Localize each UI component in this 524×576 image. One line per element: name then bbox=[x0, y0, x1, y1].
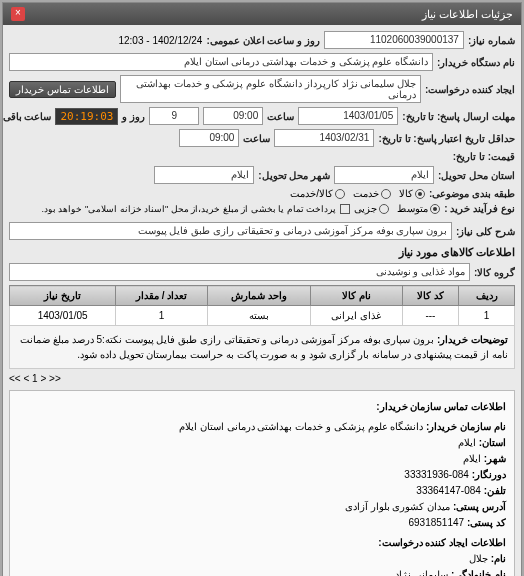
medium-radio-label: متوسط bbox=[397, 203, 428, 214]
cell-code: --- bbox=[402, 306, 459, 326]
creator-section-title: اطلاعات ایجاد کننده درخواست: bbox=[18, 535, 506, 551]
treasury-checkbox[interactable] bbox=[340, 204, 350, 214]
close-icon[interactable]: × bbox=[11, 7, 25, 21]
window-titlebar: جزئیات اطلاعات نیاز × bbox=[3, 3, 521, 25]
goods-radio-label: کالا bbox=[399, 188, 413, 199]
both-radio[interactable] bbox=[335, 189, 345, 199]
col-qty: تعداد / مقدار bbox=[116, 286, 207, 306]
announce-value: 1402/12/24 - 12:03 bbox=[118, 35, 202, 46]
contact-box: اطلاعات تماس سازمان خریدار: نام سازمان خ… bbox=[9, 390, 515, 576]
fax-label: دورنگار: bbox=[472, 469, 506, 480]
window-title: جزئیات اطلاعات نیاز bbox=[422, 8, 513, 21]
location-label: استان محل تحویل: bbox=[438, 170, 515, 181]
items-table: ردیف کد کالا نام کالا واحد شمارش تعداد /… bbox=[9, 285, 515, 369]
group-label: گروه کالا: bbox=[474, 267, 515, 278]
location-field: ایلام bbox=[334, 166, 434, 184]
cell-qty: 1 bbox=[116, 306, 207, 326]
req-number-label: شماره نیاز: bbox=[468, 35, 515, 46]
city-field: ایلام bbox=[154, 166, 254, 184]
valid-time-label: ساعت bbox=[243, 133, 270, 144]
name-value: جلال bbox=[469, 553, 488, 564]
response-deadline-label: مهلت ارسال پاسخ: تا تاریخ: bbox=[402, 111, 515, 122]
cell-date: 1403/01/05 bbox=[10, 306, 116, 326]
col-name: نام کالا bbox=[311, 286, 402, 306]
days-label: روز و bbox=[122, 111, 145, 122]
fax-value: 084-33331936 bbox=[404, 469, 469, 480]
col-row: ردیف bbox=[459, 286, 515, 306]
city-label: شهر محل تحویل: bbox=[258, 170, 330, 181]
table-row[interactable]: 1 --- غذای ایرانی بسته 1 1403/01/05 bbox=[10, 306, 515, 326]
pager[interactable]: << < 1 > >> bbox=[9, 373, 515, 384]
pack-label: طبقه بندی موضوعی: bbox=[429, 188, 515, 199]
partial-radio-label: جزیی bbox=[354, 203, 377, 214]
col-date: تاریخ نیاز bbox=[10, 286, 116, 306]
org-value: دانشگاه علوم پزشکی و خدمات بهداشتی درمان… bbox=[179, 421, 423, 432]
note-row: توضیحات خریدار: برون سپاری بوفه مرکز آمو… bbox=[10, 326, 515, 369]
price-label: قیمت: تا تاریخ: bbox=[453, 151, 515, 162]
desc-label: شرح کلی نیاز: bbox=[456, 226, 515, 237]
city2-value: ایلام bbox=[463, 453, 481, 464]
countdown-timer: 20:19:03 bbox=[55, 108, 118, 125]
service-radio-label: خدمت bbox=[353, 188, 379, 199]
name-label: نام: bbox=[491, 553, 506, 564]
medium-radio[interactable] bbox=[430, 204, 440, 214]
address-value: میدان کشوری بلوار آزادی bbox=[345, 501, 450, 512]
cell-name: غذای ایرانی bbox=[311, 306, 402, 326]
cell-row: 1 bbox=[459, 306, 515, 326]
response-date-field: 1403/01/05 bbox=[298, 107, 398, 125]
phone-value: 084-33364147 bbox=[416, 485, 481, 496]
purchase-radio-group: متوسط جزیی bbox=[354, 203, 440, 214]
goods-section-title: اطلاعات کالاهای مورد نیاز bbox=[9, 246, 515, 259]
creator-field: جلال سلیمانی نژاد کارپرداز دانشگاه علوم … bbox=[120, 75, 422, 103]
city2-label: شهر: bbox=[484, 453, 506, 464]
goods-radio[interactable] bbox=[415, 189, 425, 199]
service-radio[interactable] bbox=[381, 189, 391, 199]
valid-time-field: 09:00 bbox=[179, 129, 239, 147]
postal-label: کد پستی: bbox=[467, 517, 506, 528]
org-label: نام سازمان خریدار: bbox=[426, 421, 506, 432]
req-number-field: 1102060039000137 bbox=[324, 31, 464, 49]
note-label: توضیحات خریدار: bbox=[437, 334, 508, 345]
col-code: کد کالا bbox=[402, 286, 459, 306]
announce-label: روز و ساعت اعلان عمومی: bbox=[206, 35, 319, 46]
col-unit: واحد شمارش bbox=[207, 286, 310, 306]
category-radio-group: کالا خدمت کالا/خدمت bbox=[290, 188, 425, 199]
cell-unit: بسته bbox=[207, 306, 310, 326]
buyer-label: نام دستگاه خریدار: bbox=[437, 57, 515, 68]
family-value: سلیمانی نژاد bbox=[395, 569, 448, 576]
both-radio-label: کالا/خدمت bbox=[290, 188, 333, 199]
days-field: 9 bbox=[149, 107, 199, 125]
buyer-field: دانشگاه علوم پزشکی و خدمات بهداشتی درمان… bbox=[9, 53, 433, 71]
group-field: مواد غذایی و نوشیدنی bbox=[9, 263, 470, 281]
valid-label: حداقل تاریخ اعتبار پاسخ: تا تاریخ: bbox=[378, 133, 515, 144]
province-value: ایلام bbox=[458, 437, 476, 448]
response-time-field: 09:00 bbox=[203, 107, 263, 125]
desc-field: برون سپاری بوفه مرکز آموزشی درمانی و تحق… bbox=[9, 222, 452, 240]
valid-date-field: 1403/02/31 bbox=[274, 129, 374, 147]
province-label: استان: bbox=[479, 437, 506, 448]
address-label: آدرس پستی: bbox=[453, 501, 506, 512]
remain-label: ساعت باقی مانده bbox=[0, 111, 51, 122]
note-text: برون سپاری بوفه مرکز آموزشی درمانی و تحق… bbox=[20, 334, 508, 360]
purchase-type-label: نوع فرآیند خرید : bbox=[444, 203, 515, 214]
postal-value: 6931851147 bbox=[408, 517, 464, 528]
creator-label: ایجاد کننده درخواست: bbox=[425, 84, 515, 95]
family-label: نام خانوادگی: bbox=[451, 569, 506, 576]
phone-label: تلفن: bbox=[484, 485, 506, 496]
contact-button[interactable]: اطلاعات تماس خریدار bbox=[9, 81, 116, 98]
time-label: ساعت bbox=[267, 111, 294, 122]
treasury-note: پرداخت تمام یا بخشی از مبلغ خرید،از محل … bbox=[41, 204, 336, 214]
contact-title: اطلاعات تماس سازمان خریدار: bbox=[18, 399, 506, 415]
partial-radio[interactable] bbox=[379, 204, 389, 214]
